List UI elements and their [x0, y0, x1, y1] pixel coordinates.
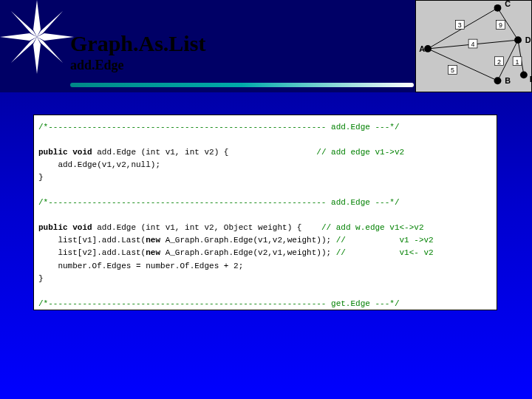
svg-line-8 — [428, 49, 497, 81]
svg-text:C: C — [505, 0, 511, 8]
svg-marker-1 — [33, 37, 41, 74]
code-line — [38, 209, 492, 222]
code-line: list[v2].add.Last(new A_Graph.Graph.Edge… — [38, 247, 492, 259]
graph-diagram: 534921ABCDE — [415, 0, 532, 92]
code-line: public void add.Edge (int v1, int v2) { … — [38, 146, 492, 159]
starburst-icon — [0, 0, 74, 74]
svg-marker-3 — [37, 33, 74, 41]
svg-text:2: 2 — [497, 58, 501, 66]
svg-marker-5 — [37, 11, 63, 37]
code-line: number.Of.Edges = number.Of.Edges + 2; — [38, 260, 492, 273]
code-listing: /*--------------------------------------… — [33, 115, 497, 310]
svg-text:A: A — [419, 44, 425, 53]
code-line: } — [38, 273, 492, 285]
slide-header: Graph.As.List add.Edge 534921ABCDE — [0, 0, 532, 92]
code-line — [38, 134, 492, 146]
svg-marker-2 — [0, 33, 37, 41]
code-line — [38, 285, 492, 298]
svg-text:B: B — [505, 76, 511, 85]
code-line: } — [38, 171, 492, 184]
svg-text:4: 4 — [471, 41, 475, 48]
svg-text:1: 1 — [516, 58, 519, 66]
svg-text:9: 9 — [499, 21, 502, 29]
code-line: /*--------------------------------------… — [38, 197, 492, 209]
svg-text:D: D — [525, 35, 531, 44]
slide-subtitle: add.Edge — [70, 58, 205, 73]
svg-text:3: 3 — [458, 21, 462, 29]
svg-point-32 — [514, 36, 522, 44]
svg-point-34 — [520, 71, 528, 78]
svg-marker-7 — [37, 37, 63, 63]
code-line — [38, 184, 492, 197]
code-line: /*--------------------------------------… — [38, 298, 492, 310]
code-line: list[v1].add.Last(new A_Graph.Graph.Edge… — [38, 234, 492, 247]
svg-marker-0 — [33, 0, 41, 37]
slide-title: Graph.As.List — [70, 31, 205, 56]
svg-text:5: 5 — [451, 66, 454, 74]
svg-marker-4 — [11, 11, 37, 37]
code-line: /*--------------------------------------… — [38, 121, 492, 134]
svg-marker-6 — [11, 37, 37, 63]
svg-point-28 — [494, 77, 502, 84]
svg-point-30 — [494, 4, 502, 12]
code-line: public void add.Edge (int v1, int v2, Ob… — [38, 222, 492, 234]
svg-point-26 — [424, 45, 432, 52]
code-line: add.Edge(v1,v2,null); — [38, 159, 492, 171]
header-divider — [70, 83, 414, 87]
